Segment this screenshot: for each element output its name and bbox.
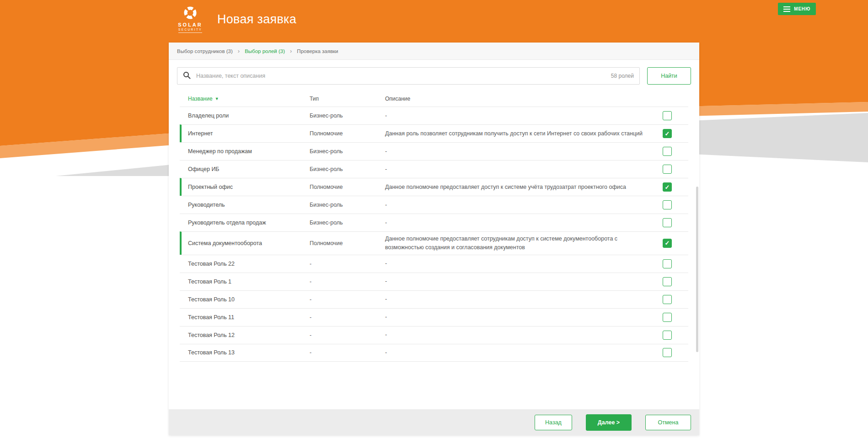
role-checkbox[interactable] [663, 218, 672, 227]
page-title: Новая заявка [217, 12, 296, 27]
wizard-footer: Назад Далее > Отмена [169, 409, 699, 435]
role-description: - [385, 147, 663, 156]
role-checkbox[interactable] [663, 147, 672, 156]
column-header-name[interactable]: Название ▼ [188, 96, 310, 102]
role-name: Офицер ИБ [188, 166, 310, 172]
role-description: - [385, 295, 663, 304]
checkbox-cell [663, 295, 688, 304]
role-type: - [310, 296, 385, 303]
logo-text-security: SECURITY [178, 28, 202, 32]
column-header-type: Тип [310, 96, 385, 102]
role-name: Интернет [188, 130, 310, 137]
breadcrumb-item[interactable]: Проверка заявки [297, 48, 338, 54]
role-checkbox[interactable]: ✓ [663, 129, 672, 138]
role-name: Тестовая Роль 12 [188, 332, 310, 338]
role-name: Руководитель [188, 202, 310, 208]
sort-desc-icon: ▼ [215, 96, 219, 101]
breadcrumb: Выбор сотрудников (3)›Выбор ролей (3)›Пр… [169, 43, 699, 60]
table-body: Владелец ролиБизнес-роль-ИнтернетПолномо… [180, 107, 688, 362]
column-header-description: Описание [385, 96, 663, 102]
role-type: Бизнес-роль [310, 166, 385, 172]
role-type: Бизнес-роль [310, 148, 385, 155]
table-header-row: Название ▼ Тип Описание [180, 96, 688, 107]
role-checkbox[interactable] [663, 313, 672, 322]
roles-count: 58 ролей [611, 73, 634, 79]
table-row[interactable]: РуководительБизнес-роль- [180, 196, 688, 214]
hamburger-icon [783, 6, 790, 12]
scrollbar[interactable] [696, 187, 698, 352]
checkbox-cell [663, 218, 688, 227]
menu-button[interactable]: МЕНЮ [778, 3, 816, 15]
checkbox-cell: ✓ [663, 129, 688, 138]
table-row[interactable]: Тестовая Роль 22-- [180, 255, 688, 273]
role-type: Полномочие [310, 240, 385, 246]
table-row[interactable]: Тестовая Роль 11-- [180, 308, 688, 326]
role-type: - [310, 349, 385, 356]
next-button[interactable]: Далее > [586, 414, 632, 431]
breadcrumb-chevron-icon: › [290, 48, 292, 54]
role-description: - [385, 219, 663, 227]
table-row[interactable]: Менеджер по продажамБизнес-роль- [180, 142, 688, 160]
role-type: Бизнес-роль [310, 219, 385, 226]
role-name: Тестовая Роль 11 [188, 314, 310, 321]
back-button[interactable]: Назад [535, 415, 572, 430]
role-description: Данная роль позволяет сотрудникам получи… [385, 129, 663, 138]
role-name: Система документооборота [188, 240, 310, 246]
role-description: Данное полномочие предоставляет доступ к… [385, 183, 663, 192]
role-name: Тестовая Роль 13 [188, 349, 310, 356]
role-checkbox[interactable]: ✓ [663, 239, 672, 248]
wizard-card: Выбор сотрудников (3)›Выбор ролей (3)›Пр… [169, 43, 699, 435]
role-description: Данное полномочие предоставляет сотрудни… [385, 235, 663, 252]
role-checkbox[interactable] [663, 331, 672, 340]
role-checkbox[interactable] [663, 295, 672, 304]
role-name: Владелец роли [188, 112, 310, 119]
role-checkbox[interactable] [663, 259, 672, 268]
breadcrumb-item[interactable]: Выбор сотрудников (3) [177, 48, 233, 54]
table-row[interactable]: Система документооборотаПолномочиеДанное… [180, 231, 688, 255]
checkbox-cell [663, 259, 688, 268]
table-row[interactable]: ИнтернетПолномочиеДанная роль позволяет … [180, 124, 688, 142]
search-icon [183, 71, 191, 81]
table-row[interactable]: Офицер ИББизнес-роль- [180, 160, 688, 178]
role-checkbox[interactable] [663, 200, 672, 209]
table-row[interactable]: Тестовая Роль 13-- [180, 344, 688, 362]
table-row[interactable]: Руководитель отдела продажБизнес-роль- [180, 214, 688, 231]
role-description: - [385, 112, 663, 120]
role-type: Бизнес-роль [310, 112, 385, 119]
checkbox-cell: ✓ [663, 182, 688, 192]
checkbox-cell [663, 111, 688, 120]
role-name: Проектный офис [188, 184, 310, 190]
table-row[interactable]: Владелец ролиБизнес-роль- [180, 107, 688, 124]
checkbox-cell [663, 348, 688, 357]
role-checkbox[interactable] [663, 111, 672, 120]
table-row[interactable]: Тестовая Роль 10-- [180, 290, 688, 308]
logo-text-solar: SOLAR [178, 22, 203, 27]
table-row[interactable]: Тестовая Роль 1-- [180, 273, 688, 290]
role-checkbox[interactable]: ✓ [663, 182, 672, 192]
solar-security-logo: SOLAR SECURITY [175, 6, 205, 33]
role-name: Тестовая Роль 1 [188, 278, 310, 285]
role-checkbox[interactable] [663, 348, 672, 357]
role-description: - [385, 201, 663, 209]
role-checkbox[interactable] [663, 165, 672, 174]
role-type: - [310, 278, 385, 285]
role-checkbox[interactable] [663, 277, 672, 286]
breadcrumb-item[interactable]: Выбор ролей (3) [245, 48, 285, 54]
logo-rule [178, 32, 202, 33]
checkbox-cell [663, 313, 688, 322]
role-name: Тестовая Роль 22 [188, 261, 310, 267]
logo-swirl-icon [180, 6, 200, 22]
table-row[interactable]: Проектный офисПолномочиеДанное полномочи… [180, 178, 688, 196]
role-name: Тестовая Роль 10 [188, 296, 310, 303]
search-button[interactable]: Найти [647, 67, 691, 85]
roles-table: Название ▼ Тип Описание Владелец ролиБиз… [180, 96, 688, 409]
table-row[interactable]: Тестовая Роль 12-- [180, 326, 688, 344]
cancel-button[interactable]: Отмена [645, 415, 691, 430]
role-name: Руководитель отдела продаж [188, 219, 310, 226]
search-input[interactable] [195, 72, 606, 80]
search-box: 58 ролей [177, 67, 640, 85]
role-type: - [310, 314, 385, 321]
breadcrumb-chevron-icon: › [238, 48, 240, 54]
checkbox-cell [663, 200, 688, 209]
app-header: SOLAR SECURITY Новая заявка МЕНЮ [0, 0, 868, 39]
